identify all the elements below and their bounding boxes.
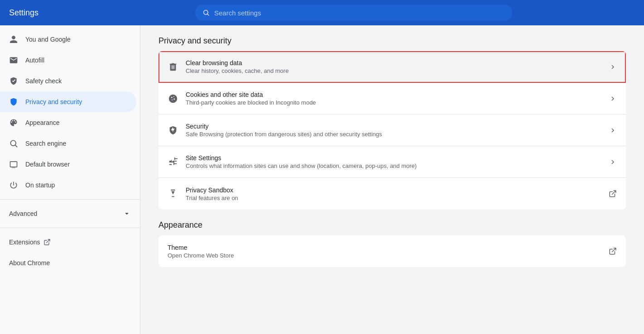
privacy-sandbox-text: Privacy Sandbox Trial features are on xyxy=(186,186,601,201)
extensions-label: Extensions xyxy=(9,239,40,246)
sliders-icon xyxy=(168,157,178,167)
sidebar-item-label: Search engine xyxy=(25,140,66,147)
power-icon xyxy=(9,181,18,190)
sidebar-item-label: Safety check xyxy=(25,77,62,85)
autofill-icon xyxy=(9,56,18,65)
chevron-right-icon-2 xyxy=(609,95,617,103)
cookies-site-data-text: Cookies and other site data Third-party … xyxy=(186,91,601,106)
svg-rect-4 xyxy=(12,168,15,168)
clear-browsing-data-title: Clear browsing data xyxy=(186,59,601,67)
theme-subtitle: Open Chrome Web Store xyxy=(168,252,601,259)
beaker-icon xyxy=(168,188,178,199)
sidebar-item-on-startup[interactable]: On startup xyxy=(0,175,136,196)
sidebar-item-extensions[interactable]: Extensions xyxy=(0,232,140,253)
sidebar-divider xyxy=(0,199,140,200)
search-engine-icon xyxy=(9,139,18,148)
privacy-card: Clear browsing data Clear history, cooki… xyxy=(159,51,626,210)
sidebar-item-privacy-and-security[interactable]: Privacy and security xyxy=(0,91,136,112)
svg-line-5 xyxy=(47,239,50,243)
palette-icon xyxy=(9,118,18,127)
sidebar-item-about-chrome[interactable]: About Chrome xyxy=(0,253,140,273)
trash-icon xyxy=(168,62,178,72)
theme-title: Theme xyxy=(168,244,601,251)
advanced-label: Advanced xyxy=(9,210,119,217)
body: You and Google Autofill Safety check Pri… xyxy=(0,25,644,334)
sidebar-item-label: Autofill xyxy=(25,57,44,64)
external-link-icon xyxy=(43,239,51,246)
about-chrome-label: About Chrome xyxy=(9,259,50,267)
sidebar-item-label: Appearance xyxy=(25,119,60,126)
site-settings-text: Site Settings Controls what information … xyxy=(186,154,601,169)
svg-line-12 xyxy=(612,248,616,252)
clear-browsing-data-item[interactable]: Clear browsing data Clear history, cooki… xyxy=(159,51,626,83)
svg-point-9 xyxy=(173,98,175,100)
privacy-section-title: Privacy and security xyxy=(159,36,626,46)
chevron-right-icon-3 xyxy=(609,126,617,134)
shield-blue-icon xyxy=(9,97,18,106)
clear-browsing-data-text: Clear browsing data Clear history, cooki… xyxy=(186,59,601,74)
security-subtitle: Safe Browsing (protection from dangerous… xyxy=(186,131,601,138)
chevron-right-icon xyxy=(609,63,617,71)
external-icon xyxy=(609,190,617,198)
search-icon xyxy=(202,9,210,16)
header: Settings xyxy=(0,0,644,25)
chevron-down-icon xyxy=(123,210,131,218)
sidebar-item-search-engine[interactable]: Search engine xyxy=(0,133,136,154)
sidebar-item-safety-check[interactable]: Safety check xyxy=(0,71,136,91)
svg-point-6 xyxy=(169,94,177,102)
svg-point-7 xyxy=(171,96,173,98)
clear-browsing-data-subtitle: Clear history, cookies, cache, and more xyxy=(186,67,601,74)
privacy-sandbox-title: Privacy Sandbox xyxy=(186,186,601,194)
theme-text: Theme Open Chrome Web Store xyxy=(168,244,601,259)
theme-item[interactable]: Theme Open Chrome Web Store xyxy=(159,235,626,267)
main-content: Privacy and security Clear browsing data… xyxy=(140,25,644,334)
search-input[interactable] xyxy=(214,9,505,17)
svg-point-10 xyxy=(172,99,173,100)
sidebar-item-label: On startup xyxy=(25,181,55,189)
svg-line-11 xyxy=(612,191,616,194)
sidebar: You and Google Autofill Safety check Pri… xyxy=(0,25,140,334)
app-title: Settings xyxy=(9,8,63,18)
site-settings-subtitle: Controls what information sites can use … xyxy=(186,162,601,169)
cookies-site-data-item[interactable]: Cookies and other site data Third-party … xyxy=(159,83,626,115)
sidebar-item-advanced[interactable]: Advanced xyxy=(0,203,140,224)
security-text: Security Safe Browsing (protection from … xyxy=(186,123,601,138)
sidebar-item-label: Privacy and security xyxy=(25,98,82,105)
sidebar-item-you-and-google[interactable]: You and Google xyxy=(0,29,136,50)
sidebar-item-appearance[interactable]: Appearance xyxy=(0,112,136,133)
shield-check-icon xyxy=(9,76,18,86)
search-bar[interactable] xyxy=(195,5,512,21)
appearance-card: Theme Open Chrome Web Store xyxy=(159,235,626,267)
security-item[interactable]: Security Safe Browsing (protection from … xyxy=(159,115,626,146)
chevron-right-icon-4 xyxy=(609,158,617,166)
theme-external-icon xyxy=(609,247,617,255)
privacy-sandbox-item[interactable]: Privacy Sandbox Trial features are on xyxy=(159,178,626,210)
sidebar-item-default-browser[interactable]: Default browser xyxy=(0,154,136,175)
sidebar-divider-2 xyxy=(0,228,140,228)
sidebar-item-label: Default browser xyxy=(25,161,70,168)
cookies-site-data-title: Cookies and other site data xyxy=(186,91,601,98)
svg-point-8 xyxy=(173,96,174,97)
privacy-sandbox-subtitle: Trial features are on xyxy=(186,195,601,201)
cookies-site-data-subtitle: Third-party cookies are blocked in Incog… xyxy=(186,99,601,106)
sidebar-item-autofill[interactable]: Autofill xyxy=(0,50,136,71)
appearance-section-title: Appearance xyxy=(159,220,626,230)
site-settings-item[interactable]: Site Settings Controls what information … xyxy=(159,146,626,178)
svg-line-1 xyxy=(207,14,209,15)
site-settings-title: Site Settings xyxy=(186,154,601,162)
sidebar-item-label: You and Google xyxy=(25,36,71,43)
security-title: Security xyxy=(186,123,601,130)
svg-line-3 xyxy=(15,145,17,147)
security-icon xyxy=(168,125,178,136)
cookie-icon xyxy=(168,93,178,104)
person-icon xyxy=(9,35,18,44)
monitor-icon xyxy=(9,160,18,169)
